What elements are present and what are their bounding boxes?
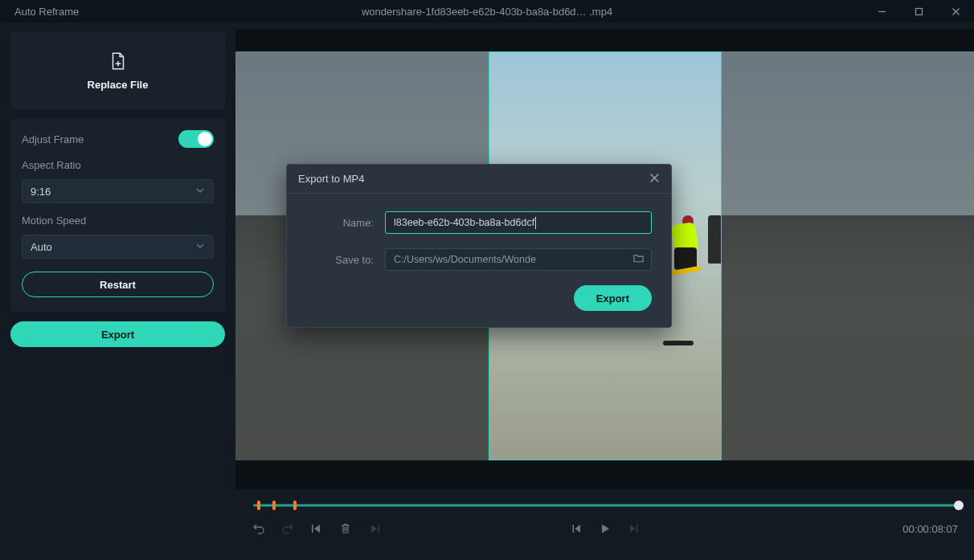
replace-file-button[interactable]: Replace File xyxy=(10,32,225,109)
timeline-track[interactable] xyxy=(250,496,960,515)
preview-blur-right xyxy=(722,51,975,460)
aspect-ratio-label: Aspect Ratio xyxy=(22,159,214,171)
dialog-close-button[interactable] xyxy=(649,173,660,186)
replace-file-icon xyxy=(108,51,129,74)
dialog-title: Export to MP4 xyxy=(298,173,364,185)
goto-end-button[interactable] xyxy=(367,521,382,536)
save-to-value: C:/Users/ws/Documents/Wonde xyxy=(394,254,536,265)
save-to-label: Save to: xyxy=(306,254,374,266)
delete-button[interactable] xyxy=(338,521,353,536)
app-title: Auto Reframe xyxy=(0,6,79,18)
settings-panel: Adjust Frame Aspect Ratio 9:16 Motion Sp… xyxy=(10,119,225,312)
bystander xyxy=(708,215,722,264)
svg-rect-6 xyxy=(312,525,313,533)
dialog-export-label: Export xyxy=(596,292,629,305)
timeline: 00:00:08:07 xyxy=(235,489,974,560)
export-label: Export xyxy=(101,329,134,341)
name-label: Name: xyxy=(306,217,374,229)
timeline-marker[interactable] xyxy=(257,501,260,510)
svg-rect-1 xyxy=(915,8,922,14)
close-button[interactable] xyxy=(937,0,974,22)
motion-speed-label: Motion Speed xyxy=(22,215,214,227)
adjust-frame-toggle[interactable] xyxy=(178,130,214,148)
open-file-name: wondershare-1fd83eeb-e62b-403b-ba8a-bd6d… xyxy=(362,6,612,18)
aspect-ratio-value: 9:16 xyxy=(31,186,51,198)
chevron-down-icon xyxy=(195,241,205,253)
svg-rect-9 xyxy=(378,525,379,533)
restart-label: Restart xyxy=(100,279,136,291)
dialog-header[interactable]: Export to MP4 xyxy=(287,165,671,194)
maximize-button[interactable] xyxy=(900,0,937,22)
browse-folder-button[interactable] xyxy=(632,252,645,267)
motion-speed-select[interactable]: Auto xyxy=(22,235,214,259)
window-controls xyxy=(863,0,974,22)
undo-button[interactable] xyxy=(252,521,266,536)
skateboard-on-ground xyxy=(663,341,694,345)
chevron-down-icon xyxy=(195,186,205,198)
save-to-input[interactable]: C:/Users/ws/Documents/Wonde xyxy=(385,248,652,271)
titlebar: Auto Reframe wondershare-1fd83eeb-e62b-4… xyxy=(0,0,974,22)
export-dialog: Export to MP4 Name: l83eeb-e62b-403b-ba8… xyxy=(286,164,672,328)
prev-frame-button[interactable] xyxy=(569,521,583,536)
track-line xyxy=(253,505,956,507)
svg-rect-10 xyxy=(572,525,574,533)
aspect-ratio-select[interactable]: 9:16 xyxy=(22,179,214,203)
play-button[interactable] xyxy=(598,521,612,536)
redo-button[interactable] xyxy=(280,521,295,536)
svg-rect-11 xyxy=(636,525,637,533)
name-value: l83eeb-e62b-403b-ba8a-bd6dcf xyxy=(394,217,534,228)
export-button[interactable]: Export xyxy=(10,321,225,347)
goto-start-button[interactable] xyxy=(309,521,324,536)
restart-button[interactable]: Restart xyxy=(22,272,214,297)
text-caret xyxy=(535,217,536,229)
playhead[interactable] xyxy=(954,501,964,510)
next-frame-button[interactable] xyxy=(627,521,641,536)
minimize-button[interactable] xyxy=(863,0,900,22)
dialog-export-button[interactable]: Export xyxy=(574,285,652,311)
adjust-frame-label: Adjust Frame xyxy=(22,133,84,145)
timeline-marker[interactable] xyxy=(272,501,276,510)
sidebar: Replace File Adjust Frame Aspect Ratio 9… xyxy=(0,22,235,560)
name-input[interactable]: l83eeb-e62b-403b-ba8a-bd6dcf xyxy=(385,211,652,234)
timecode: 00:00:08:07 xyxy=(902,523,958,535)
timeline-marker[interactable] xyxy=(293,501,297,510)
replace-file-label: Replace File xyxy=(88,79,149,91)
motion-speed-value: Auto xyxy=(31,241,52,253)
